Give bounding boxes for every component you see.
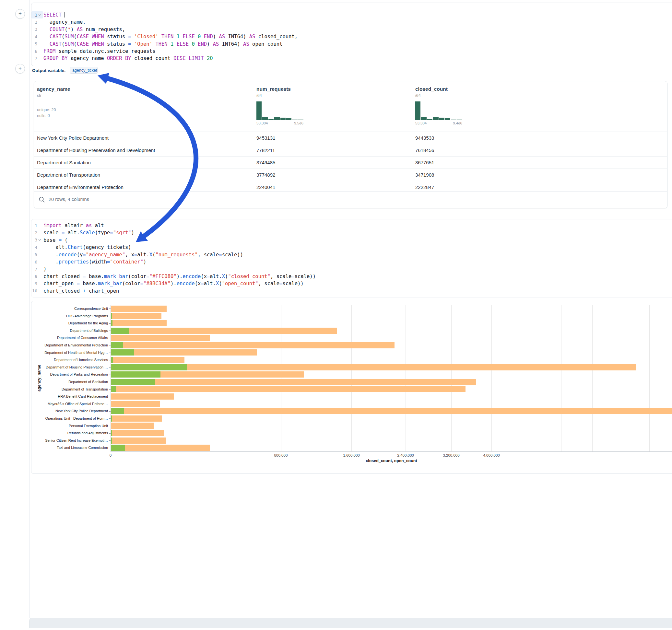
- code-token: 'Closed': [134, 34, 159, 40]
- next-cell-collapsed-header[interactable]: [29, 618, 672, 629]
- table-cell: Department of Transportation: [37, 169, 100, 181]
- code-token: THEN: [155, 41, 167, 47]
- line-number: 9: [31, 280, 43, 287]
- code-token: import: [44, 223, 62, 228]
- code-line: import altair as alt: [44, 222, 672, 229]
- sql-code[interactable]: SELECT agency_name, COUNT(*) AS num_requ…: [44, 11, 672, 62]
- output-variable-chip[interactable]: agency_tickets: [70, 67, 98, 74]
- code-token: LIMIT: [189, 55, 204, 61]
- column-type: i64: [257, 93, 304, 98]
- code-token: [44, 27, 50, 32]
- code-token: Scale: [80, 230, 95, 236]
- line-number: 2: [31, 19, 43, 26]
- code-token: AS: [77, 27, 83, 32]
- sql-line-number-gutter: 1234567: [31, 11, 43, 62]
- histogram-bar: [286, 118, 291, 120]
- bar-open: [111, 364, 187, 370]
- y-axis-tick: [109, 323, 111, 324]
- column-histogram: [257, 101, 304, 120]
- code-token: alt: [92, 223, 104, 228]
- code-token: =: [146, 273, 149, 280]
- table-row[interactable]: Department of Sanitation37494853677651: [34, 156, 667, 169]
- x-tick-label: 1,600,000: [343, 453, 360, 457]
- chevron-down-icon[interactable]: [37, 14, 42, 16]
- y-axis-tick: [109, 418, 111, 419]
- code-token: (type: [95, 230, 110, 236]
- code-token: .: [44, 252, 59, 258]
- output-variable-label: Output variable:: [32, 67, 66, 74]
- y-axis-label: Department of Consumer Affairs: [31, 334, 108, 342]
- code-token: alt.: [44, 244, 68, 250]
- code-token: =: [207, 273, 210, 280]
- bar-open: [111, 342, 123, 348]
- chevron-down-icon[interactable]: [37, 239, 42, 241]
- bar-row: [111, 400, 672, 408]
- code-token: =: [280, 281, 282, 287]
- chart-card: agency_name closed_count, open_count Cor…: [31, 301, 672, 474]
- python-cell-editor[interactable]: 12345678910 import altair as altscale = …: [31, 219, 672, 297]
- table-row[interactable]: New York City Police Department945313194…: [34, 131, 667, 144]
- code-token: [44, 41, 50, 47]
- bar-closed: [111, 386, 465, 392]
- add-cell-button[interactable]: +: [15, 64, 25, 74]
- code-token: X: [149, 252, 152, 258]
- code-token: =: [140, 281, 143, 287]
- code-token: scale)): [222, 252, 243, 258]
- python-line-number-gutter: 12345678910: [31, 222, 43, 295]
- code-token: "#8BC34A": [143, 281, 170, 287]
- histogram-bar: [427, 119, 432, 120]
- code-token: open_count: [249, 41, 283, 47]
- histogram-bar: [281, 118, 286, 120]
- code-token: , x: [125, 252, 134, 258]
- y-axis-tick: [109, 309, 111, 309]
- column-header-agency_name[interactable]: agency_namestrunique: 20nulls: 0: [37, 86, 70, 119]
- code-token: closed_count: [131, 55, 174, 61]
- python-code[interactable]: import altair as altscale = alt.Scale(ty…: [44, 222, 672, 295]
- code-token: sample_data.nyc.service_requests: [55, 48, 155, 54]
- code-token: (: [219, 281, 222, 287]
- add-cell-button[interactable]: +: [15, 9, 25, 19]
- code-token: (agency_tickets): [83, 244, 131, 250]
- column-meta-item: nulls: 0: [37, 113, 70, 119]
- y-axis-tick: [109, 338, 111, 338]
- code-token: 0: [198, 34, 201, 40]
- bar-closed: [111, 306, 167, 312]
- code-token: 20: [207, 55, 213, 61]
- table-row[interactable]: Department of Housing Preservation and D…: [34, 144, 667, 156]
- bar-row: [111, 334, 672, 342]
- line-number: 1: [31, 11, 43, 19]
- y-axis-tick: [109, 448, 111, 448]
- x-axis-line: [111, 452, 672, 452]
- table-footer: 20 rows, 4 columns: [34, 191, 667, 208]
- table-cell: 7782211: [257, 144, 275, 156]
- code-token: [89, 41, 92, 47]
- code-token: (color: [122, 281, 140, 287]
- code-token: [131, 41, 134, 47]
- table-row[interactable]: Department of Transportation377489234719…: [34, 169, 667, 181]
- x-tick-label: 3,200,000: [443, 453, 459, 457]
- code-line: base = (: [44, 237, 672, 244]
- y-axis-tick: [109, 433, 111, 434]
- code-token: AS: [243, 41, 249, 47]
- bar-open: [111, 386, 116, 392]
- column-header-num_requests[interactable]: num_requestsi6453,3049.5e6: [257, 86, 304, 125]
- y-axis-label: Department of Health and Mental Hyg…: [31, 349, 108, 357]
- code-token: [168, 41, 170, 47]
- column-header-closed_count[interactable]: closed_counti6453,3049.4e6: [415, 86, 462, 125]
- code-token: WHEN: [92, 41, 104, 47]
- code-token: ELSE: [183, 34, 194, 40]
- bar-closed: [111, 408, 672, 414]
- code-token: alt.: [204, 281, 216, 287]
- search-icon[interactable]: [38, 196, 45, 203]
- line-number: 10: [31, 287, 43, 295]
- y-axis-label: DHS Advantage Programs: [31, 312, 108, 320]
- code-token: =: [77, 281, 80, 287]
- code-token: chart_open: [44, 281, 77, 287]
- histogram-axis-labels: 53,3049.5e6: [257, 121, 304, 125]
- code-token: CASE: [77, 41, 89, 47]
- line-number-text: 5: [31, 252, 37, 257]
- bar-closed: [111, 357, 185, 363]
- code-token: WHEN: [92, 34, 104, 40]
- code-token: "num_requests": [155, 252, 198, 258]
- sql-cell-editor[interactable]: 1234567 SELECT agency_name, COUNT(*) AS …: [31, 3, 672, 66]
